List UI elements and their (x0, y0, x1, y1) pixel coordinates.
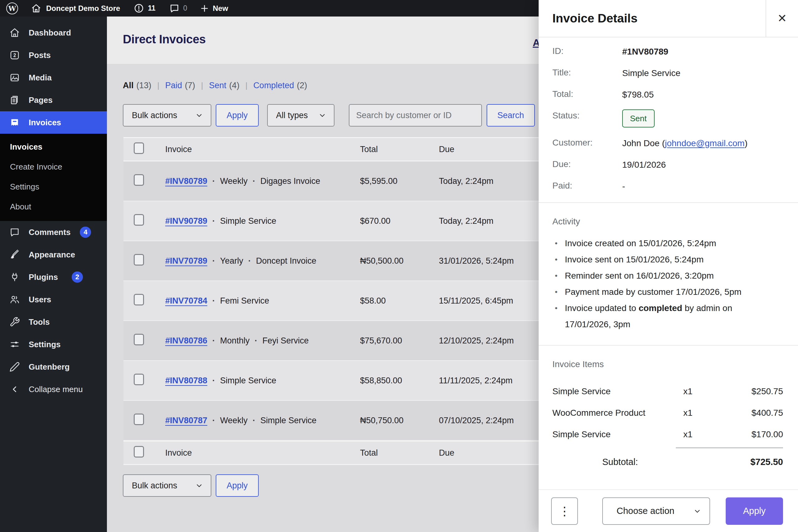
total-cell: $75,670.00 (360, 336, 439, 346)
sidebar-item-posts[interactable]: 2 Posts (0, 44, 107, 66)
meta-separator-dot: · (212, 336, 215, 346)
bullet-icon: • (552, 251, 565, 268)
comments-count-badge: 4 (80, 227, 91, 238)
search-label: Search (497, 111, 524, 120)
row-checkbox[interactable] (134, 174, 144, 186)
detail-row: Customer:John Doe (johndoe@gmail.com) (552, 138, 783, 149)
filter-completed[interactable]: Completed (2) (253, 81, 307, 90)
sidebar-item-label: Posts (29, 51, 51, 60)
total-cell: $58,850.00 (360, 376, 439, 385)
sidebar-item-settings[interactable]: Settings (0, 333, 107, 356)
activity-text: Invoice sent on 15/01/2026, 5:24pm (565, 251, 771, 268)
pages-icon (10, 95, 20, 105)
sidebar-item-dashboard[interactable]: Dashboard (0, 21, 107, 44)
invoice-icon (10, 117, 20, 128)
invoice-link[interactable]: #INV80788 (165, 376, 207, 385)
row-checkbox[interactable] (134, 374, 144, 385)
panel-apply-button[interactable]: Apply (726, 497, 783, 525)
activity-text: Payment made by customer 17/01/2026, 5pm (565, 284, 771, 300)
select-all-checkbox[interactable] (134, 446, 144, 457)
svg-text:2: 2 (14, 53, 16, 58)
type-filter-select[interactable]: All types (267, 104, 335, 127)
panel-fields: ID:#1NV80789Title:Simple ServiceTotal:$7… (552, 46, 783, 192)
invoice-link[interactable]: #INV80786 (165, 336, 207, 346)
panel-header: Invoice Details ✕ (539, 0, 798, 37)
site-link[interactable]: Doncept Demo Store (31, 3, 120, 13)
detail-row: Total:$798.05 (552, 89, 783, 100)
total-cell: $58.00 (360, 296, 439, 306)
submenu-item-create-invoice[interactable]: Create Invoice (0, 157, 107, 177)
sidebar-item-label: Tools (29, 317, 50, 327)
invoice-cell: #INV80786·Monthly·Feyi Service (165, 336, 360, 346)
total-cell: ₦50,500.00 (360, 256, 439, 266)
invoice-link[interactable]: #INV80789 (165, 176, 207, 186)
items-sum-divider (676, 448, 783, 448)
filter-count: (13) (136, 81, 152, 90)
add-new-link-partial[interactable]: A (533, 37, 539, 49)
detail-label: Customer: (552, 138, 622, 148)
alert-count: 11 (148, 4, 155, 13)
select-all-checkbox[interactable] (134, 142, 144, 154)
checkbox-cell (124, 334, 165, 347)
meta-separator-dot: · (212, 376, 215, 385)
customer-email-link[interactable]: johndoe@gmail.com (665, 138, 745, 148)
choose-action-select[interactable]: Choose action (602, 497, 710, 525)
sidebar-item-invoices[interactable]: Invoices (0, 111, 107, 134)
checkbox-cell (124, 294, 165, 308)
sidebar-item-label: Plugins (29, 272, 58, 282)
search-input[interactable] (349, 104, 482, 127)
submenu-item-about[interactable]: About (0, 197, 107, 216)
sidebar: Dashboard 2 Posts Media Pages Invoices I… (0, 17, 107, 532)
sidebar-item-comments[interactable]: Comments 4 (0, 221, 107, 243)
sidebar-item-tools[interactable]: Tools (0, 311, 107, 333)
row-checkbox[interactable] (134, 414, 144, 425)
detail-label: Status: (552, 111, 622, 120)
alerts-indicator[interactable]: 11 (134, 3, 155, 13)
row-checkbox[interactable] (134, 294, 144, 305)
bulk-actions-label: Bulk actions (132, 111, 177, 120)
new-button[interactable]: New (200, 4, 228, 13)
filter-all[interactable]: All (13) (123, 81, 152, 90)
submenu-item-settings[interactable]: Settings (0, 177, 107, 197)
sidebar-item-gutenberg[interactable]: Gutenberg (0, 356, 107, 378)
close-button[interactable]: ✕ (765, 0, 798, 37)
row-checkbox[interactable] (134, 214, 144, 226)
sidebar-item-pages[interactable]: Pages (0, 89, 107, 111)
pencil-icon (10, 362, 20, 372)
item-name: Simple Service (552, 423, 683, 445)
invoice-items-list: Simple Servicex1$250.75WooCommerce Produ… (552, 381, 783, 445)
sidebar-item-media[interactable]: Media (0, 66, 107, 89)
bulk-actions-select-bottom[interactable]: Bulk actions (123, 474, 211, 497)
sidebar-item-users[interactable]: Users (0, 288, 107, 311)
filter-paid[interactable]: Paid (7) (165, 81, 195, 90)
bulk-actions-select[interactable]: Bulk actions (123, 104, 211, 127)
wordpress-logo-icon[interactable]: W (6, 2, 18, 14)
posts-icon: 2 (10, 50, 20, 60)
row-checkbox[interactable] (134, 254, 144, 266)
checkbox-cell (124, 254, 165, 268)
sidebar-collapse-menu[interactable]: Collapse menu (0, 378, 107, 400)
customer-name: John Doe ( (622, 138, 665, 148)
submenu-item-invoices[interactable]: Invoices (0, 137, 107, 157)
detail-value: #1NV80789 (622, 46, 668, 57)
invoice-link[interactable]: #INV70789 (165, 256, 207, 266)
apply-button-bottom[interactable]: Apply (216, 474, 259, 497)
filter-sent[interactable]: Sent (4) (209, 81, 240, 90)
comments-indicator[interactable]: 0 (169, 3, 187, 13)
detail-value: John Doe (johndoe@gmail.com) (622, 138, 747, 149)
sidebar-item-appearance[interactable]: Appearance (0, 243, 107, 266)
subtotal-row: Subtotal: $725.50 (552, 457, 783, 467)
customer-name-suffix: ) (745, 138, 747, 148)
apply-button[interactable]: Apply (216, 104, 259, 127)
sidebar-item-plugins[interactable]: Plugins 2 (0, 266, 107, 288)
search-button[interactable]: Search (487, 104, 535, 127)
filter-count: (7) (185, 81, 195, 90)
row-checkbox[interactable] (134, 334, 144, 345)
invoice-meta: Simple Service (260, 416, 317, 425)
invoice-meta: Yearly (220, 256, 243, 266)
sidebar-item-label: Comments (29, 228, 71, 237)
invoice-link[interactable]: #INV70784 (165, 296, 207, 306)
invoice-link[interactable]: #INV80787 (165, 416, 207, 425)
more-actions-button[interactable]: ⋮ (551, 497, 578, 525)
invoice-link[interactable]: #INV90789 (165, 216, 207, 226)
